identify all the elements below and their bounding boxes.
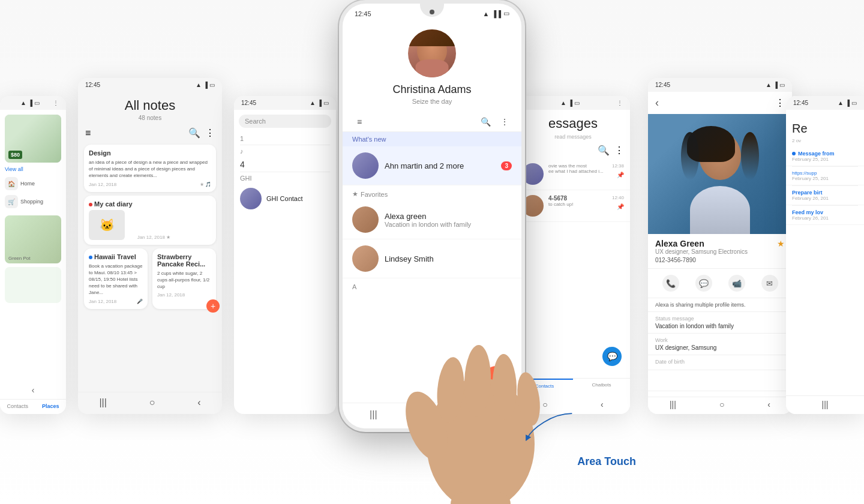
s1-nav-places[interactable]: Places [42,403,59,409]
s5-nav-recent[interactable]: ‹ [767,400,770,409]
s6-msg-1[interactable]: Message from February 25, 201 [786,147,864,166]
tab-chatbots[interactable]: Chatbots [573,379,630,392]
s6-msg-2[interactable]: https://supp February 25, 201 [786,167,864,185]
messages-sub: read messages [516,134,630,140]
s2-nav-home[interactable]: ○ [149,397,155,408]
badge-ahn-martin: 3 [501,161,512,170]
s2-nav-recent[interactable]: ‹ [197,397,200,408]
contact-item-ghi[interactable]: GHI Contact [234,184,336,213]
note-footer-cat: Jan 12, 2018 ★ [137,235,170,240]
qo-icon: ♪ [240,148,244,155]
screen-contacts: 12:45 ▲ ▐ ▭ Search 1 ♪ 4 GHI GHI Contact [234,96,336,414]
s5-nav-back[interactable]: ||| [670,400,676,409]
phone-search-icon[interactable]: 🔍 [479,116,491,128]
nav-recent[interactable]: ‹ [491,409,494,420]
msg-more-icon[interactable]: ⋮ [614,145,624,156]
s5-nav-home[interactable]: ○ [719,400,724,409]
contact-info-ghi: GHI Contact [266,195,330,202]
note-card-design[interactable]: Design an idea of a piece of design a ne… [84,145,216,192]
s4-more: ⋮ [617,100,623,106]
s1-shopping-label: Shopping [20,199,43,205]
info-lindsey-smith: Lindsey Smith [385,254,512,263]
s5-battery: ▭ [779,82,785,88]
status-bar-s1: ▲ ▐ ▭ ⋮ [0,96,66,110]
s4-nav-back[interactable]: ‹ [601,400,604,409]
note-text-pancake: 2 cups white sugar, 2 cups all-purpos fl… [157,270,211,290]
action-email[interactable]: ✉ [761,275,778,292]
fab-add[interactable]: + [483,366,509,392]
chat-bubble-fab[interactable]: 💬 [602,347,622,366]
s1-more-icon: ⋮ [53,100,59,106]
action-row: 📞 💬 📹 ✉ [648,269,792,298]
tab-chatbots-label: Chatbots [592,382,611,388]
note-date-pancake: Jan 12, 2018 [157,292,185,298]
notes-search-icon[interactable]: 🔍 [188,127,200,139]
note-card-pancake[interactable]: Strawberry Pancake Reci... 2 cups white … [152,248,216,309]
nav-back[interactable]: ||| [370,409,377,420]
status-bar-s5: 12:45 ▲ ▐ ▭ [648,78,792,92]
notes-count: 48 notes [85,115,215,121]
nav-home[interactable]: ○ [431,409,437,420]
search-input[interactable]: Search [239,115,331,128]
action-video[interactable]: 📹 [728,275,745,292]
video-icon: 📹 [728,275,745,292]
note-text-hawaii: Book a vacation package to Maui. 08/10 1… [89,263,143,296]
s6-time: 12:45 [793,100,808,106]
s1-nav-contacts: Contacts [7,403,28,409]
pin-icon: 📌 [617,172,624,178]
section-a: A [343,278,521,293]
add-note-fab[interactable]: + [206,299,220,313]
s6-msg-3[interactable]: Prepare birt February 26, 201 [786,186,864,205]
msg-item-2[interactable]: 4-5678 to catch up! 12:40 📌 [516,190,630,222]
message-icon: 💬 [695,275,712,292]
s1-shopping-item[interactable]: 🛒 Shopping [5,193,61,211]
signal-icon: ▐ [28,100,32,106]
tab-contacts-label: Contacts [535,383,554,389]
s1-home-label: Home [20,181,35,187]
note-card-cat[interactable]: My cat diary 🐱 Jan 12, 2018 ★ [84,196,216,245]
s4-battery: ▭ [574,100,580,106]
sharing-note-text: Alexa is sharing multiple profile items. [655,302,785,308]
sub-alexa-green: Vacation in london with family [385,221,512,228]
cd-star-icon[interactable]: ★ [777,239,785,248]
cd-name: Alexa Green [655,239,704,248]
s2-nav-back[interactable]: ||| [99,397,106,408]
action-call[interactable]: 📞 [662,275,679,292]
msg-time-1: 12:38 📌 [612,163,624,179]
notes-more-icon[interactable]: ⋮ [205,127,215,139]
note-card-hawaii[interactable]: Hawaii Travel Book a vacation package to… [84,248,148,309]
msg-search-icon[interactable]: 🔍 [598,145,610,156]
contact-avatar-ghi [240,188,262,209]
msg-item-1[interactable]: ovie was the most ee what I had attached… [516,158,630,190]
notes-menu-icon[interactable]: ≡ [85,128,91,139]
s6-nav-back[interactable]: ||| [822,400,829,409]
s6-msg-date-2: February 25, 201 [792,176,858,181]
search-placeholder: Search [245,118,266,125]
contact-lindsey-smith[interactable]: Lindsey Smith [343,239,521,278]
profile-name: Christina Adams [392,83,471,96]
work-value: UX designer, Samsung [655,344,785,351]
msg-content-2: 4-5678 to catch up! [548,195,607,207]
battery-icon: ▭ [34,100,40,106]
cd-back-icon[interactable]: ‹ [655,97,659,109]
note-tag-design: Design [89,149,211,157]
action-message[interactable]: 💬 [695,275,712,292]
contact-ahn-martin[interactable]: Ahn martin and 2 more 3 [343,146,521,185]
screen-right-partial: 12:45 ▲ ▐ ▭ Re 2 ov Message from Februar… [786,96,864,414]
view-all-link[interactable]: View all [5,166,61,172]
s6-msg-date-3: February 26, 201 [792,196,858,201]
msg-name-2: 4-5678 [548,195,607,202]
s6-msg-date-4: February 26, 201 [792,215,858,221]
notes-title: All notes [85,98,215,113]
cd-more-icon[interactable]: ⋮ [775,97,785,109]
price-tag: $80 [8,151,22,159]
s6-msg-4[interactable]: Feed my lov February 26, 201 [786,206,864,225]
phone-menu-icon[interactable]: ≡ [353,116,365,128]
phone-more-icon[interactable]: ⋮ [499,116,511,128]
s1-home-item[interactable]: 🏠 Home [5,175,61,193]
s2-signal: ▐ [203,82,208,88]
contacts-search-bar[interactable]: Search [234,110,336,133]
s1-back-nav[interactable]: ‹ [32,385,35,395]
msg-preview-2: to catch up! [548,202,607,207]
contact-alexa-green[interactable]: Alexa green Vacation in london with fami… [343,200,521,239]
